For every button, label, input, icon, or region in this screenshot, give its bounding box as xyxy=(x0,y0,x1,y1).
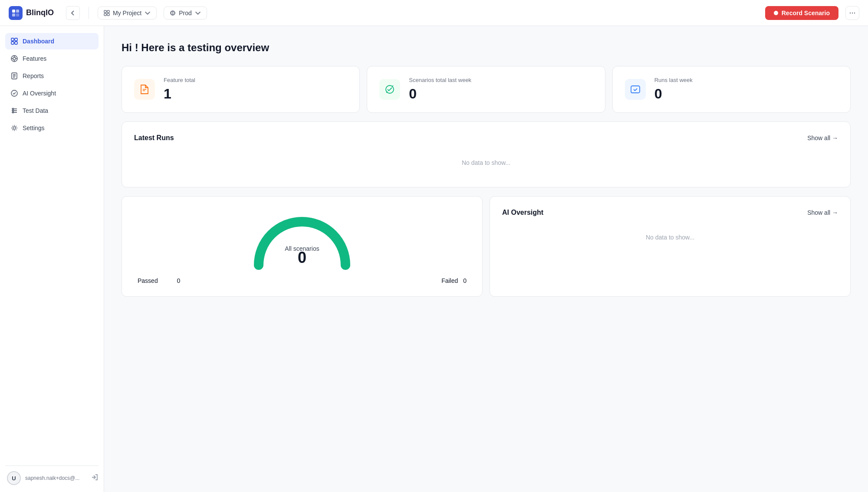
gauge-container: All scenarios 0 Passed 0 Failed 0 xyxy=(134,209,470,284)
svg-rect-22 xyxy=(631,86,640,93)
sidebar-bottom: U sapnesh.naik+docs@... xyxy=(5,466,99,485)
svg-rect-7 xyxy=(107,13,109,16)
project-selector[interactable]: My Project xyxy=(98,7,157,20)
topbar: BlinqIO My Project Prod Record Scenario … xyxy=(0,0,868,26)
record-dot xyxy=(774,11,778,15)
ai-oversight-card: AI Oversight Show all → No data to show.… xyxy=(490,196,851,297)
svg-point-14 xyxy=(13,57,16,60)
sidebar-item-reports-label: Reports xyxy=(23,72,44,79)
svg-rect-10 xyxy=(15,38,17,41)
gauge-passed-label: Passed xyxy=(138,277,158,284)
collapse-button[interactable] xyxy=(66,6,80,20)
logout-button[interactable] xyxy=(91,473,99,483)
gauge-failed: Failed 0 xyxy=(441,277,467,284)
bottom-row: All scenarios 0 Passed 0 Failed 0 xyxy=(122,196,851,297)
scenarios-total-info: Scenarios total last week 0 xyxy=(409,77,471,102)
feature-total-value: 1 xyxy=(164,86,195,102)
feature-total-icon xyxy=(134,79,155,100)
sidebar-item-test-data[interactable]: Test Data xyxy=(5,102,99,119)
record-scenario-button[interactable]: Record Scenario xyxy=(765,6,838,20)
avatar: U xyxy=(7,471,21,485)
runs-last-week-info: Runs last week 0 xyxy=(654,77,693,102)
page-title: Hi ! Here is a testing overview xyxy=(122,42,851,54)
logo: BlinqIO xyxy=(9,6,54,20)
gauge-card: All scenarios 0 Passed 0 Failed 0 xyxy=(122,196,483,297)
latest-runs-card: Latest Runs Show all → No data to show..… xyxy=(122,121,851,187)
more-dots: ··· xyxy=(849,8,855,17)
gauge-failed-label: Failed xyxy=(441,277,458,284)
layout: Dashboard Features Reports AI Oversight xyxy=(0,26,868,492)
svg-rect-0 xyxy=(12,10,15,13)
svg-rect-11 xyxy=(11,42,14,44)
gauge-passed-value: 0 xyxy=(177,277,181,284)
runs-last-week-value: 0 xyxy=(654,86,693,102)
feature-total-info: Feature total 1 xyxy=(164,77,195,102)
topbar-divider xyxy=(89,7,89,19)
scenarios-total-icon xyxy=(379,79,400,100)
project-label: My Project xyxy=(113,10,141,16)
gauge-stats: Passed 0 Failed 0 xyxy=(134,277,470,284)
sidebar-item-features-label: Features xyxy=(23,55,46,62)
latest-runs-empty: No data to show... xyxy=(134,151,838,175)
sidebar-item-reports[interactable]: Reports xyxy=(5,68,99,84)
ai-oversight-show-all[interactable]: Show all → xyxy=(807,209,838,216)
stat-card-scenarios-total: Scenarios total last week 0 xyxy=(367,66,605,113)
runs-last-week-icon xyxy=(625,79,646,100)
svg-rect-4 xyxy=(104,10,106,13)
user-email: sapnesh.naik+docs@... xyxy=(25,475,86,481)
stat-cards: Feature total 1 Scenarios total last wee… xyxy=(122,66,851,113)
sidebar-item-test-data-label: Test Data xyxy=(23,107,48,114)
env-selector[interactable]: Prod xyxy=(164,7,207,20)
more-options-button[interactable]: ··· xyxy=(845,6,859,20)
latest-runs-show-all[interactable]: Show all → xyxy=(807,134,838,141)
svg-rect-2 xyxy=(12,13,15,16)
logo-text: BlinqIO xyxy=(26,8,54,17)
latest-runs-title: Latest Runs xyxy=(134,134,174,142)
svg-rect-5 xyxy=(107,10,109,13)
scenarios-total-value: 0 xyxy=(409,86,471,102)
svg-rect-12 xyxy=(15,42,17,44)
svg-point-20 xyxy=(13,127,16,129)
sidebar-item-dashboard-label: Dashboard xyxy=(23,38,54,45)
svg-rect-9 xyxy=(11,38,14,41)
svg-point-18 xyxy=(13,110,14,112)
svg-point-19 xyxy=(13,112,14,113)
sidebar-item-features[interactable]: Features xyxy=(5,50,99,67)
ai-oversight-empty: No data to show... xyxy=(502,225,838,249)
scenarios-total-label: Scenarios total last week xyxy=(409,77,471,83)
sidebar-item-ai-oversight[interactable]: AI Oversight xyxy=(5,85,99,102)
sidebar-item-settings-label: Settings xyxy=(23,125,45,131)
svg-point-17 xyxy=(13,108,14,110)
svg-rect-6 xyxy=(104,13,106,16)
sidebar: Dashboard Features Reports AI Oversight xyxy=(0,26,104,492)
latest-runs-header: Latest Runs Show all → xyxy=(134,134,838,142)
gauge-passed: Passed 0 xyxy=(138,277,180,284)
stat-card-runs-last-week: Runs last week 0 xyxy=(612,66,851,113)
sidebar-item-settings[interactable]: Settings xyxy=(5,120,99,136)
logo-icon xyxy=(9,6,23,20)
ai-oversight-title: AI Oversight xyxy=(502,209,543,216)
svg-rect-1 xyxy=(16,10,19,13)
stat-card-feature-total: Feature total 1 xyxy=(122,66,360,113)
record-btn-label: Record Scenario xyxy=(782,10,830,16)
ai-oversight-header: AI Oversight Show all → xyxy=(502,209,838,216)
main-content: Hi ! Here is a testing overview Feature … xyxy=(104,26,868,492)
feature-total-label: Feature total xyxy=(164,77,195,83)
svg-rect-3 xyxy=(16,13,19,16)
sidebar-item-dashboard[interactable]: Dashboard xyxy=(5,33,99,49)
env-label: Prod xyxy=(179,10,192,16)
sidebar-item-ai-oversight-label: AI Oversight xyxy=(23,90,56,97)
gauge-failed-value: 0 xyxy=(463,277,467,284)
runs-last-week-label: Runs last week xyxy=(654,77,693,83)
